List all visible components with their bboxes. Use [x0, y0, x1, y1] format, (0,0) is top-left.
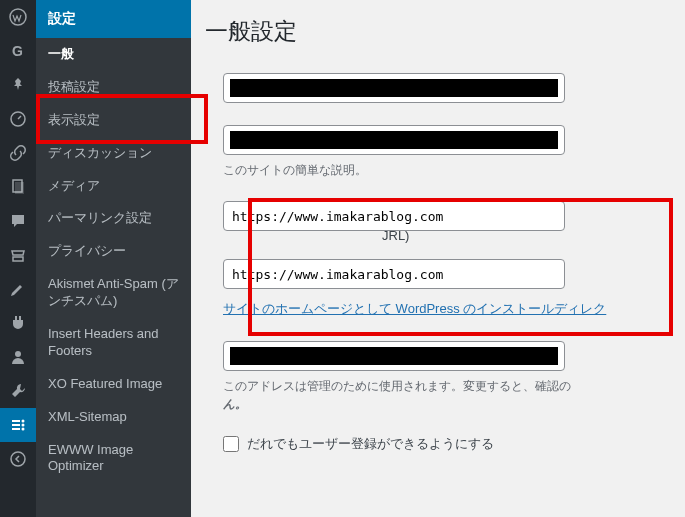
wp-url-field	[223, 201, 685, 231]
svg-rect-4	[15, 182, 24, 194]
site-url-input[interactable]	[223, 259, 565, 289]
link-icon[interactable]	[0, 136, 36, 170]
submenu-item-ewww[interactable]: EWWW Image Optimizer	[36, 434, 191, 484]
google-icon[interactable]: G	[0, 34, 36, 68]
svg-point-6	[22, 420, 25, 423]
membership-label[interactable]: だれでもユーザー登録ができるようにする	[247, 435, 494, 453]
admin-email-description: このアドレスは管理のために使用されます。変更すると、確認のん。	[223, 377, 685, 413]
svg-point-7	[22, 424, 25, 427]
tagline-description: このサイトの簡単な説明。	[223, 161, 685, 179]
svg-text:G: G	[12, 43, 23, 59]
submenu-item-insert-headers[interactable]: Insert Headers and Footers	[36, 318, 191, 368]
site-url-help-link[interactable]: サイトのホームページとして WordPress のインストールディレク	[223, 301, 606, 316]
membership-field: だれでもユーザー登録ができるようにする	[223, 435, 685, 453]
site-title-input-redacted[interactable]	[223, 73, 565, 103]
comments-icon[interactable]	[0, 204, 36, 238]
settings-submenu: 設定 一般 投稿設定 表示設定 ディスカッション メディア パーマリンク設定 プ…	[36, 0, 191, 517]
submenu-item-general[interactable]: 一般	[36, 38, 191, 71]
svg-point-8	[22, 428, 25, 431]
pin-icon[interactable]	[0, 68, 36, 102]
store-icon[interactable]	[0, 238, 36, 272]
submenu-header[interactable]: 設定	[36, 0, 191, 38]
submenu-item-writing[interactable]: 投稿設定	[36, 71, 191, 104]
tagline-field: このサイトの簡単な説明。	[223, 125, 685, 179]
tools-icon[interactable]	[0, 374, 36, 408]
dashboard-icon[interactable]	[0, 102, 36, 136]
submenu-item-privacy[interactable]: プライバシー	[36, 235, 191, 268]
wordpress-icon[interactable]	[0, 0, 36, 34]
plugins-icon[interactable]	[0, 306, 36, 340]
settings-icon[interactable]	[0, 408, 36, 442]
tagline-input-redacted[interactable]	[223, 125, 565, 155]
membership-checkbox[interactable]	[223, 436, 239, 452]
site-title-field	[223, 73, 685, 103]
pages-icon[interactable]	[0, 170, 36, 204]
appearance-icon[interactable]	[0, 272, 36, 306]
content-area: 一般設定 JRL) このサイトの簡単な説明。 サイトのホームページとして Wor…	[191, 0, 685, 517]
submenu-item-akismet[interactable]: Akismet Anti-Spam (アンチスパム)	[36, 268, 191, 318]
submenu-item-xml-sitemap[interactable]: XML-Sitemap	[36, 401, 191, 434]
collapse-icon[interactable]	[0, 442, 36, 476]
site-url-field: サイトのホームページとして WordPress のインストールディレク	[223, 259, 685, 319]
svg-point-5	[15, 351, 21, 357]
admin-email-field: このアドレスは管理のために使用されます。変更すると、確認のん。	[223, 341, 685, 413]
submenu-item-permalink[interactable]: パーマリンク設定	[36, 202, 191, 235]
admin-iconbar: G	[0, 0, 36, 517]
submenu-item-media[interactable]: メディア	[36, 170, 191, 203]
admin-email-input-redacted[interactable]	[223, 341, 565, 371]
submenu-item-xo-featured[interactable]: XO Featured Image	[36, 368, 191, 401]
page-title: 一般設定	[199, 0, 685, 73]
wp-url-label-partial: JRL)	[382, 228, 409, 243]
svg-point-9	[11, 452, 25, 466]
users-icon[interactable]	[0, 340, 36, 374]
wp-url-input[interactable]	[223, 201, 565, 231]
submenu-item-reading[interactable]: 表示設定	[36, 104, 191, 137]
submenu-item-discussion[interactable]: ディスカッション	[36, 137, 191, 170]
